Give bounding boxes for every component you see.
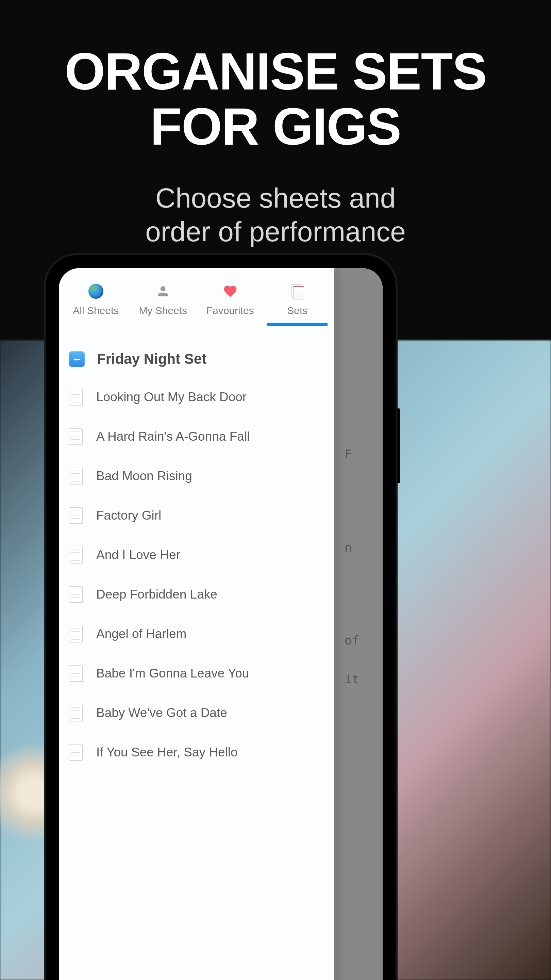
marketing-title: ORGANISE SETS FOR GIGS xyxy=(0,44,551,154)
title-line-2: FOR GIGS xyxy=(150,97,401,156)
tab-label: Sets xyxy=(264,305,331,317)
tab-label: Favourites xyxy=(197,305,264,317)
song-list: Looking Out My Back Door A Hard Rain's A… xyxy=(59,377,334,772)
list-item[interactable]: And I Love Her xyxy=(69,535,324,575)
sheet-icon xyxy=(69,508,83,524)
song-title: Factory Girl xyxy=(96,508,161,523)
documents-stack-icon xyxy=(290,284,305,299)
active-tab-indicator xyxy=(267,323,328,326)
navigation-drawer: All Sheets My Sheets Favourites xyxy=(59,268,334,980)
bg-text: n xyxy=(345,531,383,563)
set-title: Friday Night Set xyxy=(97,351,206,367)
marketing-header: ORGANISE SETS FOR GIGS Choose sheets and… xyxy=(0,0,551,248)
sheet-icon xyxy=(69,626,83,642)
subtitle-line-2: order of performance xyxy=(145,216,406,247)
tab-label: All Sheets xyxy=(62,305,130,317)
sheet-icon xyxy=(69,705,83,721)
phone-device: F n of it All Sheets xyxy=(46,255,395,980)
tab-my-sheets[interactable]: My Sheets xyxy=(130,282,197,326)
list-item[interactable]: Angel of Harlem xyxy=(69,614,324,654)
sheet-icon xyxy=(69,744,83,760)
subtitle-line-1: Choose sheets and xyxy=(156,182,396,213)
sheet-icon xyxy=(69,586,83,603)
bg-text: it xyxy=(345,663,383,695)
title-line-1: ORGANISE SETS xyxy=(65,42,486,101)
list-item[interactable]: Baby We've Got a Date xyxy=(69,693,324,733)
song-title: And I Love Her xyxy=(96,548,180,562)
list-item[interactable]: Babe I'm Gonna Leave You xyxy=(69,654,324,693)
bg-text: F xyxy=(345,438,383,470)
song-title: Baby We've Got a Date xyxy=(96,706,227,720)
song-title: A Hard Rain's A-Gonna Fall xyxy=(96,430,250,444)
heart-icon xyxy=(197,282,264,301)
song-title: If You See Her, Say Hello xyxy=(96,745,238,759)
song-title: Babe I'm Gonna Leave You xyxy=(96,666,249,681)
list-item[interactable]: A Hard Rain's A-Gonna Fall xyxy=(69,417,324,456)
background-content-dimmed: F n of it xyxy=(334,268,383,980)
list-item[interactable]: Factory Girl xyxy=(69,496,324,535)
list-item[interactable]: Deep Forbidden Lake xyxy=(69,575,324,614)
tab-favourites[interactable]: Favourites xyxy=(197,282,264,326)
back-arrow-icon[interactable]: ← xyxy=(69,351,85,367)
song-title: Looking Out My Back Door xyxy=(96,390,246,404)
list-item[interactable]: If You See Her, Say Hello xyxy=(69,733,324,772)
tab-sets[interactable]: Sets xyxy=(264,282,331,326)
song-title: Deep Forbidden Lake xyxy=(96,587,218,601)
globe-icon xyxy=(89,284,103,299)
tab-all-sheets[interactable]: All Sheets xyxy=(62,282,130,326)
song-title: Bad Moon Rising xyxy=(96,469,192,483)
sheet-icon xyxy=(69,468,83,484)
list-item[interactable]: Bad Moon Rising xyxy=(69,456,324,496)
tab-bar: All Sheets My Sheets Favourites xyxy=(59,268,334,326)
sheet-icon xyxy=(69,428,83,445)
person-icon xyxy=(130,282,197,301)
set-header-row[interactable]: ← Friday Night Set xyxy=(59,326,334,377)
list-item[interactable]: Looking Out My Back Door xyxy=(69,377,324,417)
song-title: Angel of Harlem xyxy=(96,627,186,641)
bg-text: of xyxy=(345,624,383,656)
marketing-subtitle: Choose sheets and order of performance xyxy=(0,181,551,248)
sheet-icon xyxy=(69,547,83,563)
phone-screen: F n of it All Sheets xyxy=(59,268,383,980)
sheet-icon xyxy=(69,389,83,405)
sheet-icon xyxy=(69,665,83,682)
tab-label: My Sheets xyxy=(130,305,197,317)
